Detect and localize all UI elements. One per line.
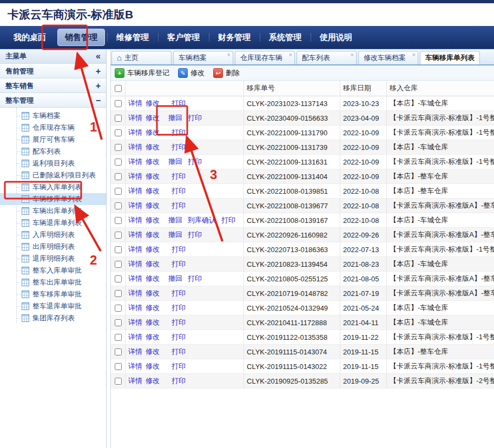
- row-checkbox[interactable]: [115, 202, 122, 209]
- row-checkbox[interactable]: [115, 261, 122, 268]
- detail-link[interactable]: 详情: [128, 113, 142, 123]
- edit-link[interactable]: 修改: [146, 303, 160, 313]
- print-link[interactable]: 打印: [172, 347, 186, 357]
- edit-link[interactable]: 修改: [146, 201, 160, 210]
- detail-link[interactable]: 详情: [128, 186, 142, 196]
- row-checkbox[interactable]: [115, 173, 122, 180]
- close-tab-icon[interactable]: ×: [227, 51, 230, 58]
- sidebar-item[interactable]: 车辆退库单列表: [0, 217, 106, 229]
- revoke-link[interactable]: 撤回: [168, 157, 182, 167]
- detail-link[interactable]: 详情: [128, 288, 142, 298]
- print-link[interactable]: 打印: [221, 215, 235, 225]
- print-link[interactable]: 打印: [188, 113, 202, 123]
- detail-link[interactable]: 详情: [128, 259, 142, 269]
- detail-link[interactable]: 详情: [128, 142, 142, 152]
- edit-link[interactable]: 修改: [146, 347, 160, 357]
- collapse-section-icon[interactable]: −: [96, 96, 101, 106]
- edit-link[interactable]: 修改: [146, 259, 160, 269]
- edit-link[interactable]: 修改: [146, 288, 160, 298]
- print-link[interactable]: 打印: [172, 245, 186, 254]
- sidebar-item[interactable]: 展厅可售车辆: [0, 134, 106, 146]
- sidebar-item[interactable]: 整车退库单审批: [0, 300, 106, 312]
- row-checkbox[interactable]: [115, 100, 122, 107]
- nav-item-customer[interactable]: 客户管理: [158, 26, 209, 49]
- print-link[interactable]: 打印: [172, 172, 186, 181]
- sidebar-item[interactable]: 入库明细列表: [0, 229, 106, 241]
- nav-item-sales[interactable]: 销售管理: [57, 29, 105, 46]
- print-link[interactable]: 打印: [188, 274, 202, 284]
- detail-link[interactable]: 详情: [128, 172, 142, 181]
- row-checkbox[interactable]: [115, 334, 122, 341]
- detail-link[interactable]: 详情: [128, 318, 142, 327]
- print-link[interactable]: 打印: [172, 201, 186, 210]
- expand-section-icon[interactable]: +: [96, 81, 101, 91]
- edit-link[interactable]: 修改: [146, 157, 160, 167]
- row-checkbox[interactable]: [115, 144, 122, 151]
- detail-link[interactable]: 详情: [128, 361, 142, 371]
- edit-link[interactable]: 修改: [146, 318, 160, 327]
- sidebar-section-presale[interactable]: 售前管理+: [0, 64, 106, 78]
- row-checkbox[interactable]: [115, 348, 122, 355]
- tab-transfer-list[interactable]: 车辆移库单列表: [420, 51, 480, 64]
- tab-vehicle-file[interactable]: 车辆档案×: [173, 51, 233, 64]
- nav-item-help[interactable]: 使用说明: [311, 26, 361, 49]
- sidebar-item[interactable]: 整车入库单审批: [0, 265, 106, 276]
- edit-link[interactable]: 修改: [146, 113, 160, 123]
- sidebar-item[interactable]: 出库明细列表: [0, 241, 106, 253]
- edit-link[interactable]: 修改: [146, 186, 160, 196]
- row-checkbox[interactable]: [115, 115, 122, 122]
- tab-edit-vehicle[interactable]: 修改车辆档案×: [358, 51, 418, 64]
- edit-link[interactable]: 修改: [146, 361, 160, 371]
- register-button[interactable]: +车辆移库登记: [115, 68, 169, 78]
- edit-link[interactable]: 修改: [146, 98, 160, 108]
- nav-item-desktop[interactable]: 我的桌面: [4, 26, 55, 49]
- detail-link[interactable]: 详情: [128, 303, 142, 313]
- sidebar-section-mgmtwhole[interactable]: 整车管理−: [0, 93, 106, 108]
- nav-item-system[interactable]: 系统管理: [260, 26, 311, 49]
- print-link[interactable]: 打印: [172, 128, 186, 137]
- detail-link[interactable]: 详情: [128, 201, 142, 210]
- sidebar-item[interactable]: 车辆档案: [0, 110, 106, 122]
- select-all-checkbox[interactable]: [115, 85, 122, 92]
- close-tab-icon[interactable]: ×: [351, 51, 354, 58]
- row-checkbox[interactable]: [115, 290, 122, 297]
- edit-button[interactable]: ✎修改: [178, 68, 205, 78]
- row-checkbox[interactable]: [115, 129, 122, 136]
- sidebar-item[interactable]: 车辆入库单列表: [0, 181, 106, 193]
- print-link[interactable]: 打印: [172, 142, 186, 152]
- delete-button[interactable]: ↩删除: [213, 68, 240, 78]
- print-link[interactable]: 打印: [172, 259, 186, 269]
- detail-link[interactable]: 详情: [128, 376, 142, 386]
- close-tab-icon[interactable]: ×: [289, 51, 292, 58]
- detail-link[interactable]: 详情: [128, 230, 142, 240]
- detail-link[interactable]: 详情: [128, 215, 142, 225]
- edit-link[interactable]: 修改: [146, 274, 160, 284]
- edit-link[interactable]: 修改: [146, 376, 160, 386]
- sidebar-item[interactable]: 退库明细列表: [0, 253, 106, 265]
- edit-link[interactable]: 修改: [146, 142, 160, 152]
- sidebar-section-salewhole[interactable]: 整车销售+: [0, 78, 106, 93]
- edit-link[interactable]: 修改: [146, 245, 160, 254]
- row-checkbox[interactable]: [115, 159, 122, 166]
- revoke-link[interactable]: 撤回: [168, 113, 182, 123]
- nav-item-finance[interactable]: 财务管理: [209, 26, 260, 49]
- sidebar-item[interactable]: 配车列表: [0, 146, 106, 157]
- edit-link[interactable]: 修改: [146, 332, 160, 342]
- detail-link[interactable]: 详情: [128, 347, 142, 357]
- row-checkbox[interactable]: [115, 232, 122, 239]
- sidebar-item[interactable]: 返利项目列表: [0, 157, 106, 169]
- sidebar-item[interactable]: 整车出库单审批: [0, 276, 106, 288]
- row-checkbox[interactable]: [115, 378, 122, 385]
- sidebar-item[interactable]: 车辆出库单列表: [0, 205, 106, 217]
- edit-link[interactable]: 修改: [146, 215, 160, 225]
- detail-link[interactable]: 详情: [128, 245, 142, 254]
- close-tab-icon[interactable]: ×: [412, 51, 416, 58]
- row-checkbox[interactable]: [115, 319, 122, 326]
- nav-item-repair[interactable]: 维修管理: [107, 26, 158, 49]
- print-link[interactable]: 打印: [188, 157, 202, 167]
- arrival-confirm-link[interactable]: 到库确认: [188, 215, 216, 225]
- revoke-link[interactable]: 撤回: [168, 274, 182, 284]
- print-link[interactable]: 打印: [172, 332, 186, 342]
- print-link[interactable]: 打印: [172, 361, 186, 371]
- print-link[interactable]: 打印: [172, 376, 186, 386]
